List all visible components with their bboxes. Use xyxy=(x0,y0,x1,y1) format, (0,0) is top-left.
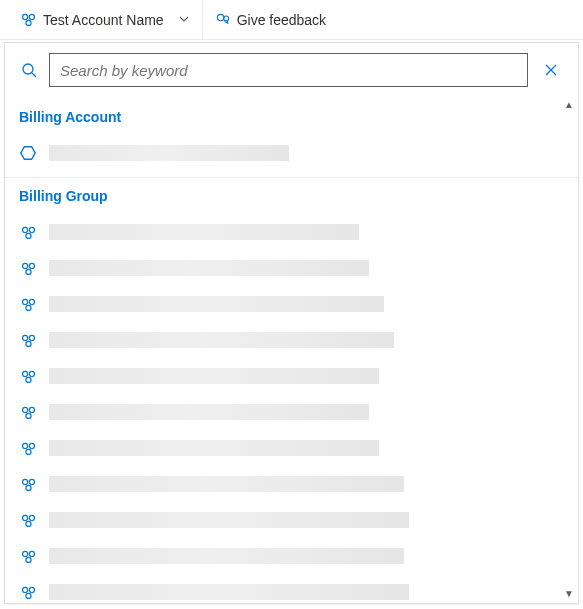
billing-group-item[interactable] xyxy=(5,466,578,502)
feedback-label: Give feedback xyxy=(237,12,327,28)
svg-point-21 xyxy=(25,341,30,346)
billing-group-item[interactable] xyxy=(5,538,578,574)
svg-point-36 xyxy=(25,521,30,526)
svg-point-19 xyxy=(22,335,27,340)
svg-point-12 xyxy=(25,233,30,238)
svg-point-39 xyxy=(25,557,30,562)
svg-point-3 xyxy=(217,14,223,20)
redacted-text xyxy=(49,332,394,348)
svg-point-15 xyxy=(25,269,30,274)
group-icon xyxy=(19,259,37,277)
redacted-text xyxy=(49,260,369,276)
redacted-text xyxy=(49,296,384,312)
svg-point-41 xyxy=(29,587,34,592)
svg-point-37 xyxy=(22,551,27,556)
close-icon xyxy=(543,62,559,78)
group-icon xyxy=(19,403,37,421)
billing-account-item[interactable] xyxy=(5,135,578,171)
billing-group-item[interactable] xyxy=(5,502,578,538)
redacted-text xyxy=(49,404,369,420)
search-row xyxy=(5,43,578,97)
svg-point-30 xyxy=(25,449,30,454)
svg-point-4 xyxy=(223,16,228,21)
billing-group-item[interactable] xyxy=(5,394,578,430)
svg-point-14 xyxy=(29,263,34,268)
svg-point-18 xyxy=(25,305,30,310)
redacted-text xyxy=(49,368,379,384)
scope-picker-panel: ▲ ▼ Billing Account Billing Group xyxy=(4,42,579,604)
search-box[interactable] xyxy=(49,53,528,87)
section-billing-account-header: Billing Account xyxy=(5,101,578,135)
group-icon xyxy=(19,367,37,385)
redacted-text xyxy=(49,476,404,492)
group-icon xyxy=(19,223,37,241)
svg-point-40 xyxy=(22,587,27,592)
billing-group-item[interactable] xyxy=(5,358,578,394)
search-input[interactable] xyxy=(60,62,517,79)
svg-point-24 xyxy=(25,377,30,382)
svg-point-0 xyxy=(23,14,28,19)
svg-line-6 xyxy=(32,73,36,77)
svg-point-23 xyxy=(29,371,34,376)
svg-point-13 xyxy=(22,263,27,268)
svg-point-17 xyxy=(29,299,34,304)
redacted-text xyxy=(49,584,409,600)
svg-point-33 xyxy=(25,485,30,490)
hexagon-icon xyxy=(19,144,37,162)
svg-point-16 xyxy=(22,299,27,304)
billing-group-item[interactable] xyxy=(5,214,578,250)
svg-point-42 xyxy=(25,593,30,598)
svg-point-29 xyxy=(29,443,34,448)
clear-button[interactable] xyxy=(534,53,568,87)
redacted-text xyxy=(49,224,359,240)
group-icon xyxy=(19,331,37,349)
svg-point-11 xyxy=(29,227,34,232)
give-feedback-button[interactable]: Give feedback xyxy=(203,0,339,39)
svg-point-32 xyxy=(29,479,34,484)
redacted-text xyxy=(49,548,404,564)
search-icon xyxy=(15,62,43,78)
chevron-down-icon xyxy=(178,12,190,28)
results-scroll[interactable]: Billing Account Billing Group xyxy=(5,97,578,603)
redacted-text xyxy=(49,145,289,161)
billing-group-item[interactable] xyxy=(5,430,578,466)
svg-point-34 xyxy=(22,515,27,520)
svg-marker-9 xyxy=(21,147,35,160)
svg-point-35 xyxy=(29,515,34,520)
redacted-text xyxy=(49,512,409,528)
svg-point-26 xyxy=(29,407,34,412)
svg-point-5 xyxy=(23,64,33,74)
divider xyxy=(5,177,578,178)
group-icon xyxy=(20,11,37,28)
group-icon xyxy=(19,295,37,313)
group-icon xyxy=(19,439,37,457)
redacted-text xyxy=(49,440,379,456)
svg-point-28 xyxy=(22,443,27,448)
top-bar: Test Account Name Give feedback xyxy=(0,0,583,40)
svg-point-22 xyxy=(22,371,27,376)
feedback-icon xyxy=(215,12,231,28)
group-icon xyxy=(19,583,37,601)
svg-point-1 xyxy=(29,14,34,19)
billing-group-item[interactable] xyxy=(5,286,578,322)
account-dropdown[interactable]: Test Account Name xyxy=(8,0,203,39)
account-label: Test Account Name xyxy=(43,12,164,28)
billing-group-item[interactable] xyxy=(5,322,578,358)
svg-point-27 xyxy=(25,413,30,418)
section-billing-group-header: Billing Group xyxy=(5,180,578,214)
svg-point-10 xyxy=(22,227,27,232)
billing-group-item[interactable] xyxy=(5,574,578,603)
svg-point-31 xyxy=(22,479,27,484)
group-icon xyxy=(19,511,37,529)
svg-point-25 xyxy=(22,407,27,412)
group-icon xyxy=(19,547,37,565)
svg-point-2 xyxy=(26,20,31,25)
group-icon xyxy=(19,475,37,493)
billing-group-item[interactable] xyxy=(5,250,578,286)
svg-point-38 xyxy=(29,551,34,556)
svg-point-20 xyxy=(29,335,34,340)
